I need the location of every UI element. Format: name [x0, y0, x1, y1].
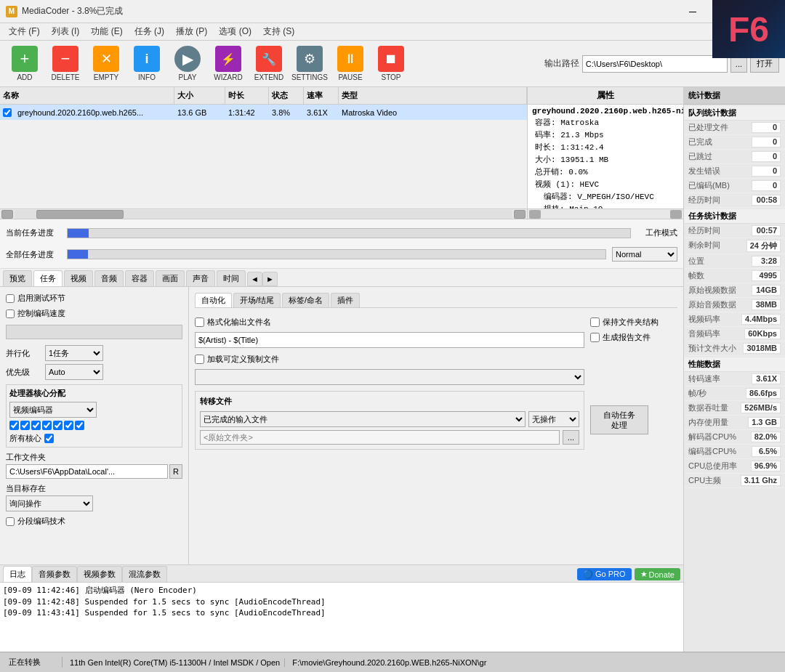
auto-task-btn[interactable]: 自动任务 处理	[590, 405, 648, 434]
info-button[interactable]: i INFO	[128, 44, 166, 84]
speed-slider[interactable]	[6, 325, 182, 339]
seg-encode-checkbox[interactable]	[6, 517, 15, 526]
cell-status: 3.8%	[269, 108, 304, 117]
tab-task[interactable]: 任务	[33, 270, 63, 286]
settings-button[interactable]: ⚙ SETTINGS	[291, 44, 329, 84]
pause-icon: ⏸	[337, 46, 363, 72]
gopro-button[interactable]: 🔵 Go PRO	[577, 568, 632, 580]
status-file: F:\movie\Greyhound.2020.2160p.WEB.h265-N…	[288, 658, 781, 667]
log-tab-log[interactable]: 日志	[3, 566, 32, 582]
donate-button[interactable]: ★ Donate	[635, 568, 680, 580]
stats-panel: 统计数据 队列统计数据 已处理文件 0 已完成 0 已跳过 0 发生错误 0 已…	[683, 87, 785, 652]
auto-tab-tags[interactable]: 标签/命名	[282, 293, 329, 307]
keep-structure-row: 保持文件夹结构	[590, 317, 677, 328]
all-cores-checkbox[interactable]	[44, 434, 54, 443]
col-header-type: 类型	[339, 87, 527, 104]
minimize-btn[interactable]: ─	[676, 0, 709, 23]
transfer-browse-btn[interactable]: ...	[563, 430, 579, 445]
menu-function[interactable]: 功能 (E)	[85, 24, 128, 39]
transfer-path-input[interactable]	[200, 430, 560, 445]
settings-panel: 启用测试环节 控制编码速度 并行化 1任务2任务4任务	[0, 287, 683, 564]
tab-sound[interactable]: 声音	[186, 270, 215, 286]
auto-tab-automation[interactable]: 自动化	[195, 293, 232, 307]
stat-completed: 已完成 0	[684, 135, 785, 150]
menu-list[interactable]: 列表 (I)	[46, 24, 86, 39]
stat-estimated-size: 预计文件大小 3018MB	[684, 341, 785, 356]
keep-structure-checkbox[interactable]	[590, 317, 600, 327]
preset-select[interactable]	[195, 369, 584, 385]
prop-item: 大小: 13951.1 MB	[529, 153, 682, 166]
generate-report-checkbox[interactable]	[590, 333, 600, 342]
stat-audio-bitrate: 音频码率 60Kbps	[684, 327, 785, 341]
stat-frames: 帧数 4995	[684, 269, 785, 283]
tab-next-btn[interactable]: ►	[262, 272, 278, 286]
menu-play[interactable]: 播放 (P)	[170, 24, 213, 39]
play-icon: ▶	[174, 46, 201, 72]
file-list-scrollbar-h[interactable]	[0, 209, 527, 219]
core-checkbox-1[interactable]	[9, 421, 19, 430]
dest-select[interactable]: 询问操作覆盖跳过	[6, 495, 93, 511]
prop-title: greyhound.2020.2160p.web.h265-nix	[529, 106, 682, 116]
extend-button[interactable]: 🔧 EXTEND	[250, 44, 288, 84]
priority-select[interactable]: AutoNormalHighLow	[45, 364, 103, 380]
menu-options[interactable]: 选项 (O)	[213, 24, 257, 39]
menu-support[interactable]: 支持 (S)	[257, 24, 300, 39]
log-tab-audio-params[interactable]: 音频参数	[32, 566, 77, 582]
props-scrollbar-h[interactable]	[528, 209, 683, 219]
add-button[interactable]: + ADD	[6, 44, 44, 84]
delete-button[interactable]: − DELETE	[47, 44, 84, 84]
menu-task[interactable]: 任务 (J)	[129, 24, 170, 39]
tab-preview[interactable]: 预览	[3, 270, 32, 286]
auto-tab-intro[interactable]: 开场/结尾	[233, 293, 281, 307]
tab-audio[interactable]: 音频	[94, 270, 124, 286]
log-content: [09-09 11:42:46] 启动编码器 (Nero Encoder) [0…	[0, 583, 683, 652]
tab-time[interactable]: 时间	[217, 270, 246, 286]
parallel-select[interactable]: 1任务2任务4任务	[45, 345, 103, 361]
load-preset-checkbox[interactable]	[195, 355, 204, 364]
stats-title: 统计数据	[684, 87, 785, 105]
donate-label: Donate	[649, 570, 675, 579]
prop-item: 时长: 1:31:42.4	[529, 141, 682, 153]
pause-button[interactable]: ⏸ PAUSE	[331, 44, 369, 84]
tab-prev-btn[interactable]: ◄	[247, 272, 262, 286]
table-row[interactable]: greyhound.2020.2160p.web.h265... 13.6 GB…	[0, 105, 527, 121]
tab-screen[interactable]: 画面	[156, 270, 185, 286]
work-folder-browse[interactable]: R	[169, 464, 182, 479]
format-filename-checkbox[interactable]	[195, 317, 204, 327]
core-checkbox-5[interactable]	[53, 421, 63, 430]
core-checkbox-3[interactable]	[31, 421, 41, 430]
progress-area: 当前任务进度 工作模式 全部任务进度 Normal Fast Slow	[0, 219, 683, 269]
log-tab-mux-params[interactable]: 混流参数	[122, 566, 167, 582]
stat-elapsed-queue: 经历时间 00:58	[684, 193, 785, 208]
empty-button[interactable]: ✕ EMPTY	[87, 44, 125, 84]
work-folder-input[interactable]	[6, 464, 168, 479]
menu-file[interactable]: 文件 (F)	[3, 24, 46, 39]
core-checkbox-6[interactable]	[64, 421, 73, 430]
core-checkbox-7[interactable]	[75, 421, 84, 430]
auto-right: 保持文件夹结构 生成报告文件 自动任务 处理	[590, 317, 677, 450]
priority-label: 优先级	[6, 367, 42, 378]
format-template-input[interactable]	[195, 332, 584, 348]
auto-tab-plugins[interactable]: 插件	[331, 293, 360, 307]
transfer-source-select[interactable]: 已完成的输入文件 所有输入文件	[200, 411, 526, 427]
settings-right-panel: 自动化 开场/结尾 标签/命名 插件 格式化输出文件名	[189, 287, 683, 564]
test-loop-checkbox[interactable]	[6, 294, 15, 303]
wizard-button[interactable]: ⚡ WIZARD	[209, 44, 247, 84]
log-tab-video-params[interactable]: 视频参数	[77, 566, 122, 582]
extend-label: EXTEND	[254, 73, 284, 81]
row-checkbox[interactable]	[3, 108, 12, 117]
transfer-action-select[interactable]: 无操作 移动 复制	[528, 411, 579, 427]
core-encoder-select[interactable]: 视频编码器	[9, 402, 97, 418]
log-tabs: 日志 音频参数 视频参数 混流参数 🔵 Go PRO ★ Donate	[0, 565, 683, 583]
core-allocation-group: 处理器核心分配 视频编码器 所有核心	[6, 384, 182, 448]
control-speed-checkbox[interactable]	[6, 309, 15, 318]
tab-container[interactable]: 容器	[125, 270, 154, 286]
core-checkbox-4[interactable]	[42, 421, 52, 430]
stop-button[interactable]: ⏹ STOP	[372, 44, 410, 84]
cell-speed: 3.61X	[304, 108, 339, 117]
work-mode-select[interactable]: Normal Fast Slow	[612, 247, 677, 262]
core-checkbox-2[interactable]	[20, 421, 30, 430]
tab-video[interactable]: 视频	[64, 270, 93, 286]
output-path-input[interactable]	[582, 55, 728, 73]
play-button[interactable]: ▶ PLAY	[169, 44, 206, 84]
